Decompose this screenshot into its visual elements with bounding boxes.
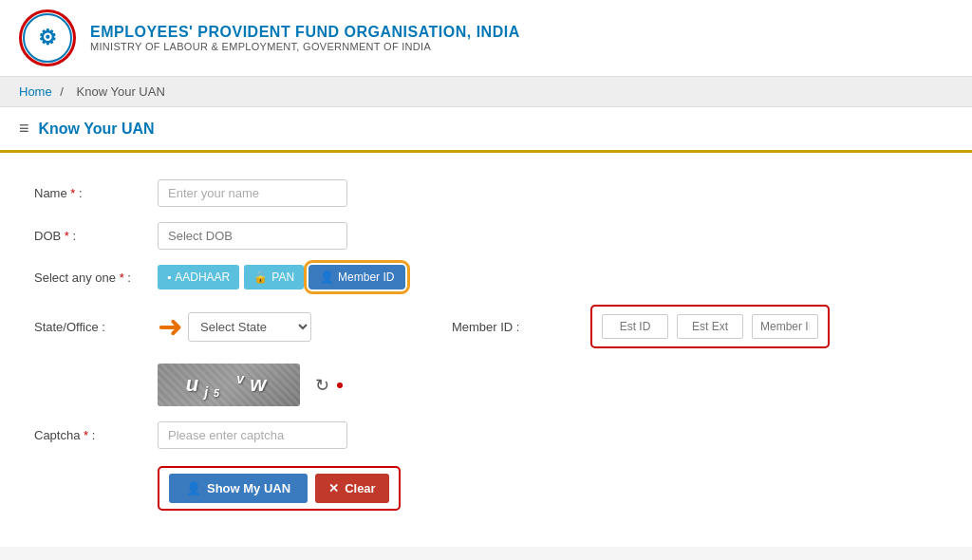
orange-arrow-icon: ➜ xyxy=(158,311,183,342)
member-id-boxes-cell xyxy=(562,297,944,356)
captcha-input-cell xyxy=(152,414,433,457)
dob-input[interactable] xyxy=(158,222,347,250)
member-id-label: Member ID : xyxy=(452,320,520,334)
show-my-uan-button[interactable]: 👤 Show My UAN xyxy=(169,474,308,503)
breadcrumb-home[interactable]: Home xyxy=(19,84,52,99)
submit-row: 👤 Show My UAN ✕ Clear xyxy=(28,457,944,518)
state-select[interactable]: Select State xyxy=(188,312,311,342)
est-ext-input[interactable] xyxy=(677,314,743,339)
dob-row: DOB * : xyxy=(28,215,944,257)
state-member-row: State/Office : ➜ Select State Member ID xyxy=(28,297,944,356)
show-uan-user-icon: 👤 xyxy=(186,481,201,495)
dob-input-cell xyxy=(152,215,433,257)
state-label: State/Office : xyxy=(28,297,152,356)
page-title: Know Your UAN xyxy=(39,121,155,138)
breadcrumb-separator: / xyxy=(60,84,64,99)
pan-button[interactable]: 🔒 PAN xyxy=(244,265,304,289)
logo-gear-icon: ⚙ xyxy=(38,26,57,50)
captcha-input[interactable] xyxy=(158,421,347,449)
captcha-label: Captcha * : xyxy=(28,414,152,457)
id-buttons-cell: ▪ AADHAAR 🔒 PAN 👤 Member ID xyxy=(152,257,562,297)
select-any-row: Select any one * : ▪ AADHAAR 🔒 PAN xyxy=(28,257,944,297)
name-input[interactable] xyxy=(158,179,347,207)
breadcrumb-current: Know Your UAN xyxy=(77,84,165,99)
captcha-image: uj5 vw xyxy=(158,364,300,406)
bottom-buttons-group: 👤 Show My UAN ✕ Clear xyxy=(158,466,401,511)
main-content: Name * : DOB * : xyxy=(0,153,972,547)
aadhaar-button[interactable]: ▪ AADHAAR xyxy=(158,265,239,289)
clear-button[interactable]: ✕ Clear xyxy=(315,474,389,503)
captcha-input-row: Captcha * : xyxy=(28,414,944,457)
member-id-section: Member ID : xyxy=(452,320,556,334)
captcha-image-cell: uj5 vw ↻ xyxy=(152,356,433,414)
est-id-input[interactable] xyxy=(602,314,668,339)
header-text: EMPLOYEES' PROVIDENT FUND ORGANISATION, … xyxy=(90,24,520,52)
captcha-image-row: uj5 vw ↻ xyxy=(28,356,944,414)
member-id-boxes-annotated xyxy=(590,305,830,348)
ministry-name: MINISTRY OF LABOUR & EMPLOYMENT, GOVERNM… xyxy=(90,41,520,52)
id-buttons-group: ▪ AADHAAR 🔒 PAN 👤 Member ID xyxy=(158,265,556,289)
pan-lock-icon: 🔒 xyxy=(253,271,268,284)
uan-form: Name * : DOB * : xyxy=(28,172,944,518)
clear-x-icon: ✕ xyxy=(328,481,339,495)
page-title-bar: ≡ Know Your UAN xyxy=(0,107,972,153)
breadcrumb: Home / Know Your UAN xyxy=(0,77,972,107)
name-row: Name * : xyxy=(28,172,944,215)
select-any-required: * xyxy=(120,271,124,285)
epfo-logo: ⚙ xyxy=(19,9,76,66)
captcha-required: * xyxy=(84,428,88,442)
org-name: EMPLOYEES' PROVIDENT FUND ORGANISATION, … xyxy=(90,24,520,41)
name-input-cell xyxy=(152,172,433,215)
captcha-refresh-button[interactable]: ↻ xyxy=(315,375,329,396)
aadhaar-icon: ▪ xyxy=(167,271,171,284)
dob-label: DOB * : xyxy=(28,215,152,257)
hamburger-icon: ≡ xyxy=(19,119,29,139)
dob-required: * xyxy=(65,229,69,243)
red-dot-indicator xyxy=(337,383,343,388)
select-any-label: Select any one * : xyxy=(28,257,152,297)
captcha-text-display: uj5 vw xyxy=(186,371,272,400)
member-id-button[interactable]: 👤 Member ID xyxy=(308,265,405,289)
name-label: Name * : xyxy=(28,172,152,215)
name-required: * xyxy=(70,186,75,200)
member-id-label-cell: Member ID : xyxy=(433,297,562,356)
member-user-icon: 👤 xyxy=(320,271,334,284)
state-input-cell: ➜ Select State xyxy=(152,297,433,356)
site-header: ⚙ EMPLOYEES' PROVIDENT FUND ORGANISATION… xyxy=(0,0,972,77)
state-arrow-container: ➜ Select State xyxy=(158,311,427,342)
member-ii-input[interactable] xyxy=(752,314,818,339)
submit-buttons-cell: 👤 Show My UAN ✕ Clear xyxy=(152,457,562,518)
